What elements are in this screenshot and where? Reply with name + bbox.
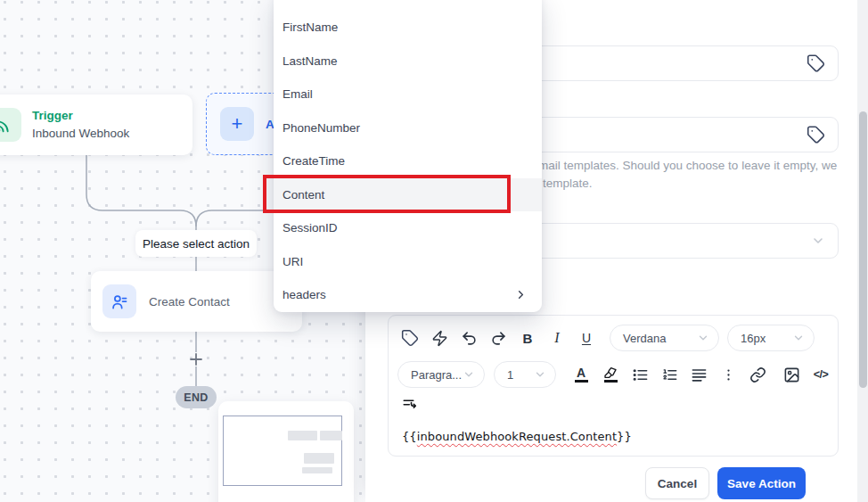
- font-size-value: 16px: [741, 332, 766, 345]
- chevron-down-icon: [463, 368, 475, 381]
- skeleton-bar: [304, 453, 334, 464]
- line-spacing-select[interactable]: 1: [494, 361, 556, 388]
- variable-picker-dropdown: FirstName LastName Email PhoneNumber Cre…: [274, 0, 542, 312]
- bold-button[interactable]: B: [515, 325, 540, 350]
- link-icon[interactable]: [745, 362, 770, 387]
- workflow-builder-screen: Trigger Inbound Webhook + Add Please sel…: [0, 0, 868, 502]
- dropdown-item-phonenumber[interactable]: PhoneNumber: [274, 111, 542, 145]
- underline-button[interactable]: U: [574, 325, 599, 350]
- helper-text-line1: mail templates. Should you choose to lea…: [538, 157, 837, 175]
- code-view-button[interactable]: </>: [808, 362, 833, 387]
- contact-person-icon: [102, 284, 136, 318]
- plus-icon: +: [220, 107, 254, 141]
- vertical-scrollbar[interactable]: [857, 0, 868, 502]
- paragraph-format-select[interactable]: Paragra...: [397, 361, 485, 388]
- redo-icon[interactable]: [486, 325, 511, 350]
- font-family-select[interactable]: Verdana: [610, 325, 719, 351]
- select-action-placeholder[interactable]: Please select action: [135, 230, 257, 257]
- dropdown-item-lastname[interactable]: LastName: [274, 45, 542, 78]
- bullet-list-icon[interactable]: [627, 362, 652, 387]
- preview-frame: [223, 416, 342, 486]
- font-family-value: Verdana: [623, 332, 666, 345]
- paragraph-format-value: Paragra...: [411, 368, 462, 382]
- dropdown-item-headers[interactable]: headers: [274, 278, 542, 312]
- create-contact-label: Create Contact: [149, 295, 230, 309]
- editor-content-text[interactable]: {{inboundWebhookRequest.Content}}: [402, 430, 632, 443]
- undo-icon[interactable]: [456, 325, 481, 350]
- dropdown-item-createtime[interactable]: CreateTime: [274, 144, 542, 178]
- dropdown-item-content[interactable]: Content: [274, 178, 542, 212]
- dropdown-item-firstname[interactable]: FirstName: [274, 11, 542, 45]
- numbered-list-icon[interactable]: [657, 362, 682, 387]
- rich-text-editor[interactable]: B I U Verdana 16px Paragra...: [388, 315, 839, 457]
- highlighter-icon[interactable]: [598, 362, 623, 387]
- dropdown-item-sessionid[interactable]: SessionID: [274, 211, 542, 245]
- skeleton-bar: [320, 431, 342, 440]
- scrollbar-thumb[interactable]: [859, 111, 867, 388]
- chevron-down-icon: [534, 368, 546, 381]
- font-size-select[interactable]: 16px: [727, 325, 815, 351]
- create-contact-node[interactable]: Create Contact: [91, 271, 302, 332]
- highlight-color-bar: [604, 380, 618, 383]
- text-color-bar: [575, 380, 588, 383]
- tag-icon[interactable]: [397, 325, 422, 350]
- skeleton-bar: [288, 431, 317, 440]
- more-options-icon[interactable]: [716, 362, 741, 387]
- image-icon[interactable]: [779, 362, 804, 387]
- tag-icon[interactable]: [807, 54, 825, 73]
- cancel-button[interactable]: Cancel: [645, 467, 709, 499]
- lightning-icon[interactable]: [427, 325, 452, 350]
- skeleton-bar: [302, 467, 332, 473]
- trigger-node[interactable]: Trigger Inbound Webhook: [0, 95, 192, 155]
- trigger-node-subtitle: Inbound Webhook: [32, 125, 129, 143]
- preview-card[interactable]: [218, 401, 354, 502]
- italic-button[interactable]: I: [545, 325, 569, 350]
- dropdown-item-uri[interactable]: URI: [274, 245, 542, 279]
- chevron-right-icon: [514, 288, 528, 301]
- dropdown-item-email[interactable]: Email: [274, 78, 542, 111]
- end-badge: END: [176, 386, 217, 408]
- chevron-down-icon: [792, 332, 805, 344]
- tag-icon[interactable]: [807, 126, 825, 144]
- webhook-signal-icon: [0, 108, 21, 142]
- text-direction-icon[interactable]: [397, 391, 422, 416]
- chevron-down-icon: [811, 234, 825, 248]
- save-action-button[interactable]: Save Action: [717, 467, 806, 499]
- text-color-button[interactable]: A: [569, 362, 594, 387]
- chevron-down-icon: [697, 332, 709, 344]
- line-spacing-value: 1: [507, 368, 513, 382]
- variable-token: inboundWebhookRequest.Content: [417, 430, 617, 443]
- align-icon[interactable]: [686, 362, 711, 387]
- helper-text-line2: template.: [543, 175, 593, 193]
- trigger-node-title: Trigger: [32, 107, 129, 125]
